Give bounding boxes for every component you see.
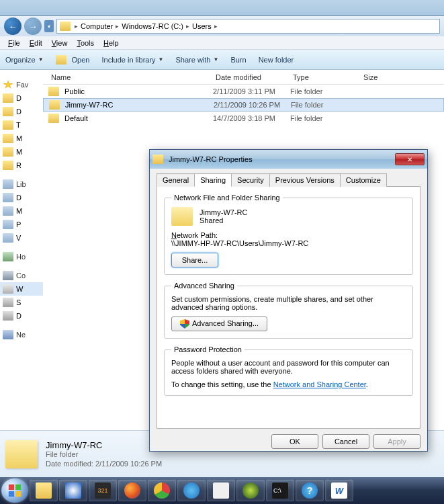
sidebar-item[interactable]: W [0,282,43,296]
menu-help[interactable]: Help [99,38,123,48]
back-button[interactable]: ← [4,17,21,35]
taskbar-ie[interactable] [177,480,206,501]
start-button[interactable] [1,478,28,503]
organize-button[interactable]: Organize ▼ [5,56,44,64]
dialog-title: Jimmy-W7-RC Properties [169,155,395,163]
taskbar-mediaplayer[interactable] [59,480,87,501]
network-sharing-center-link[interactable]: Network and Sharing Center [273,380,366,388]
network-group[interactable]: Ne [0,328,43,341]
file-row[interactable]: Default 14/7/2009 3:18 PMFile folder [43,112,444,125]
taskbar-mpc[interactable]: 321 [89,480,117,501]
folder-icon [3,107,13,116]
tab-strip: General Sharing Security Previous Versio… [157,173,420,187]
file-row[interactable]: Public 2/11/2009 3:11 PMFile folder [43,85,444,98]
cancel-button[interactable]: Cancel [322,434,369,449]
burn-button[interactable]: Burn [230,56,246,64]
ie-icon [183,482,199,499]
breadcrumb[interactable]: Users [191,22,213,30]
dialog-titlebar[interactable]: Jimmy-W7-RC Properties ✕ [150,150,427,169]
network-icon [3,330,13,339]
properties-dialog: Jimmy-W7-RC Properties ✕ General Sharing… [149,149,428,452]
library-icon [3,220,13,229]
chevron-down-icon: ▼ [159,56,164,62]
network-path: \\JIMMY-HP-W7-RC\Users\Jimmy-W7-RC [171,239,406,247]
tab-panel-sharing: Network File and Folder Sharing Jimmy-W7… [157,187,420,429]
address-bar[interactable]: ▸ Computer ▸ Windows7-RC (C:) ▸ Users ▸ [56,19,440,34]
nav-history-dropdown[interactable]: ▾ [44,20,54,32]
menu-tools[interactable]: Tools [73,38,98,48]
library-icon [3,233,13,243]
share-button[interactable]: Share... [171,253,218,267]
homegroup-group[interactable]: Ho [0,250,43,263]
computer-group[interactable]: Co [0,269,43,282]
libraries-group[interactable]: Lib [0,177,43,191]
details-name: Jimmy-W7-RC [46,440,162,450]
column-type[interactable]: Type [290,73,361,81]
password-text: People without a user account and passwo… [171,359,406,375]
nav-pane: Fav D D T M M R Lib D M P V Ho Co W S D … [0,70,43,430]
network-path-label: Network Path: [171,231,406,239]
shared-folder-icon [171,207,193,226]
drive-icon [3,284,13,294]
taskbar-word[interactable]: W [325,480,353,501]
drive-icon [3,298,13,307]
advanced-sharing-button[interactable]: Advanced Sharing... [171,317,267,331]
sidebar-item[interactable]: V [0,231,43,245]
tab-general[interactable]: General [157,173,195,187]
svg-rect-2 [9,491,14,497]
ok-button[interactable]: OK [271,434,318,449]
taskbar-help[interactable]: ? [296,480,324,501]
sidebar-item[interactable]: M [0,204,43,218]
tab-previous-versions[interactable]: Previous Versions [269,173,341,187]
menu-edit[interactable]: Edit [26,38,46,48]
breadcrumb[interactable]: Computer [79,22,114,30]
sidebar-item[interactable]: D [0,191,43,204]
open-button[interactable]: Open [56,55,90,65]
column-size[interactable]: Size [361,73,401,81]
folder-icon [60,22,71,31]
sidebar-item[interactable]: P [0,218,43,231]
details-meta: Date modified: 2/11/2009 10:26 PM [46,460,162,468]
sidebar-item[interactable]: R [0,159,43,172]
nav-bar: ← → ▾ ▸ Computer ▸ Windows7-RC (C:) ▸ Us… [0,16,444,36]
libraries-icon [3,179,13,189]
chevron-right-icon: ▸ [186,23,189,30]
share-with-button[interactable]: Share with ▼ [176,56,219,64]
network-sharing-group: Network File and Folder Sharing Jimmy-W7… [164,194,413,275]
sidebar-item[interactable]: D [0,91,43,105]
sidebar-item[interactable]: M [0,145,43,159]
column-name[interactable]: Name [48,73,213,81]
sidebar-item[interactable]: M [0,132,43,145]
new-folder-button[interactable]: New folder [259,56,294,64]
favorites-group[interactable]: Fav [0,78,43,91]
tab-customize[interactable]: Customize [340,173,387,187]
file-row[interactable]: Jimmy-W7-RC 2/11/2009 10:26 PMFile folde… [43,98,444,112]
taskbar-explorer[interactable] [30,480,58,501]
taskbar-firefox[interactable] [118,480,146,501]
menu-file[interactable]: File [4,38,24,48]
dialog-buttons: OK Cancel Apply [157,434,420,449]
apply-button[interactable]: Apply [373,434,420,449]
taskbar-app2[interactable] [236,480,265,501]
password-protection-group: Password Protection People without a use… [164,345,413,396]
taskbar-cmd[interactable]: C:\ [266,480,294,501]
sidebar-item[interactable]: T [0,118,43,132]
include-library-button[interactable]: Include in library ▼ [101,56,163,64]
menu-view[interactable]: View [48,38,72,48]
close-button[interactable]: ✕ [395,153,425,165]
tab-security[interactable]: Security [231,173,270,187]
sidebar-item[interactable]: S [0,296,43,309]
tab-sharing[interactable]: Sharing [194,173,232,187]
column-date[interactable]: Date modified [213,73,290,81]
word-icon: W [331,482,347,499]
folder-icon [56,55,66,65]
sidebar-item[interactable]: D [0,105,43,118]
taskbar-app[interactable] [207,480,235,501]
folder-icon [3,147,13,157]
breadcrumb[interactable]: Windows7-RC (C:) [120,22,185,30]
library-icon [3,193,13,202]
taskbar-chrome[interactable] [148,480,176,501]
sidebar-item[interactable]: D [0,309,43,323]
forward-button[interactable]: → [24,17,42,35]
firefox-icon [124,482,140,499]
